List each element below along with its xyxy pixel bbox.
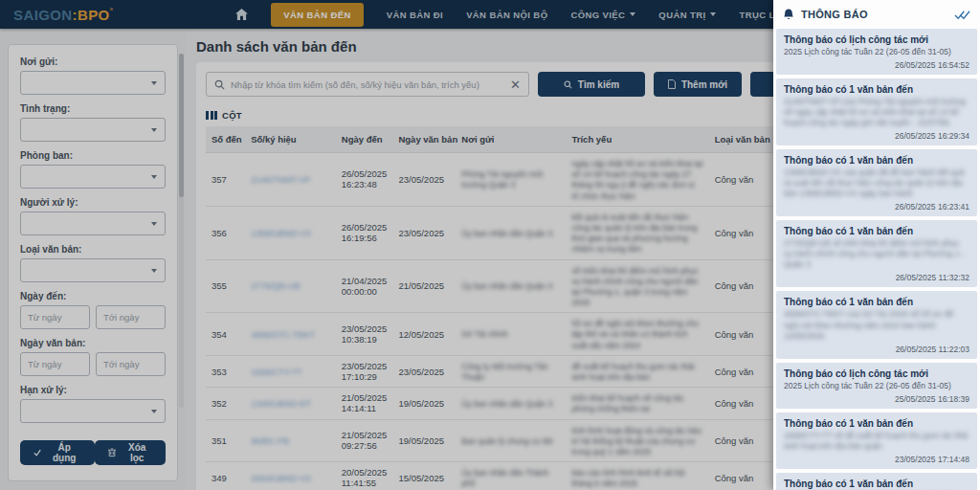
- notification-timestamp: 26/05/2025 16:23:41: [784, 202, 969, 212]
- notification-header: THÔNG BÁO: [773, 0, 980, 29]
- notification-title: Thông báo có 1 văn bản đến: [784, 84, 969, 95]
- notification-body: 1358/UBND-VX của quận đã đề ban hành kết…: [784, 167, 969, 199]
- notification-body: 2025 Lịch công tác Tuần 22 (26-05 đến 31…: [784, 381, 969, 391]
- bell-icon: [783, 9, 794, 21]
- notification-title: Thông báo có 1 văn bản đến: [784, 418, 969, 429]
- notification-body: 2025 Lịch công tác Tuần 22 (26-05 đến 31…: [784, 47, 969, 57]
- notification-item[interactable]: Thông báo có lịch công tác mới 2025 Lịch…: [776, 363, 977, 409]
- notification-timestamp: 26/05/2025 11:32:32: [784, 273, 969, 282]
- mark-all-read-icon[interactable]: [954, 10, 970, 20]
- notification-title: Thông báo có 1 văn bản đến: [784, 226, 969, 236]
- notification-item[interactable]: Thông báo có lịch công tác mới 2025 Lịch…: [776, 29, 977, 75]
- notification-list: Thông báo có lịch công tác mới 2025 Lịch…: [773, 29, 980, 490]
- notification-item[interactable]: Thông báo có 1 văn bản đến 2146/TNMT-VP …: [776, 78, 977, 145]
- notification-item[interactable]: Thông báo có 1 văn bản đến 1345/UBND-ĐT …: [776, 473, 977, 490]
- notification-title: Thông báo có lịch công tác mới: [784, 34, 969, 45]
- notification-panel: THÔNG BÁO Thông báo có lịch công tác mới…: [773, 0, 980, 490]
- notification-panel-title: THÔNG BÁO: [801, 9, 954, 20]
- notification-body: 1658/CTY-TT về đề xuất kế hoạch thu gom …: [784, 431, 969, 452]
- notification-body: 4589/STC-TĐKT của Sở Tài chính về hồ sơ …: [784, 309, 969, 341]
- notification-title: Thông báo có 1 văn bản đến: [784, 297, 969, 307]
- notification-item[interactable]: Thông báo có 1 văn bản đến 1358/UBND-VX …: [776, 149, 977, 216]
- notification-item[interactable]: Thông báo có 1 văn bản đến 4589/STC-TĐKT…: [776, 291, 977, 358]
- notification-body: 2146/TNMT-VP của Phòng Tài nguyên môi tr…: [784, 97, 969, 128]
- notification-title: Thông báo có 1 văn bản đến: [784, 479, 969, 489]
- notification-item[interactable]: Thông báo có 1 văn bản đến 2776/QĐ-UB về…: [776, 220, 977, 287]
- app-window: SAIGON:BPO° VĂN BẢN ĐẾN VĂN BẢN ĐI VĂN B…: [0, 0, 980, 490]
- notification-timestamp: 25/05/2025 16:18:39: [784, 394, 969, 404]
- notification-item[interactable]: Thông báo có 1 văn bản đến 1658/CTY-TT v…: [776, 412, 977, 469]
- notification-body: 2776/QĐ-UB về triển khai thí điểm mô hìn…: [784, 238, 969, 270]
- notification-title: Thông báo có lịch công tác mới: [784, 368, 969, 379]
- notification-timestamp: 23/05/2025 17:14:48: [784, 455, 969, 464]
- notification-timestamp: 26/05/2025 16:54:52: [784, 60, 969, 70]
- notification-title: Thông báo có 1 văn bản đến: [784, 155, 969, 166]
- notification-timestamp: 26/05/2025 16:29:34: [784, 131, 969, 141]
- notification-timestamp: 26/05/2025 11:22:03: [784, 345, 969, 354]
